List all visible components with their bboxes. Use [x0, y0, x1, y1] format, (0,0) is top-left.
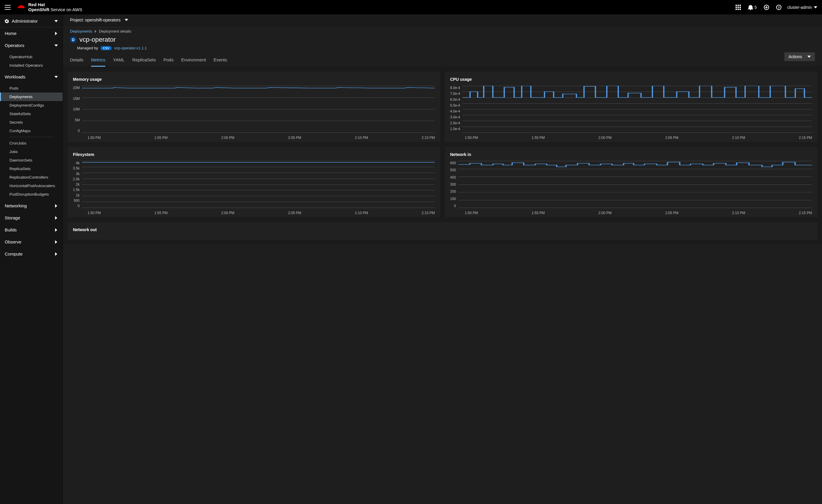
svg-rect-3 — [736, 6, 737, 8]
x-axis: 1:50 PM1:55 PM2:00 PM2:05 PM2:10 PM2:15 … — [88, 208, 435, 215]
svg-rect-4 — [738, 6, 739, 8]
svg-rect-7 — [738, 9, 739, 10]
chevron-right-icon — [54, 32, 58, 35]
x-axis: 1:50 PM1:55 PM2:00 PM2:05 PM2:10 PM2:15 … — [465, 208, 812, 215]
sidebar-item-cronjobs[interactable]: CronJobs — [0, 139, 63, 147]
apps-icon[interactable] — [736, 5, 741, 10]
svg-rect-1 — [738, 5, 739, 6]
card-title: Network in — [450, 152, 812, 157]
tab-pods[interactable]: Pods — [163, 57, 173, 67]
tab-details[interactable]: Details — [70, 57, 83, 67]
perspective-label: Administrator — [12, 19, 38, 23]
actions-button[interactable]: Actions — [784, 52, 815, 61]
tab-replicasets[interactable]: ReplicaSets — [132, 57, 156, 67]
caret-down-icon — [807, 55, 811, 58]
tab-environment[interactable]: Environment — [181, 57, 206, 67]
user-name: cluster-admin — [787, 5, 812, 10]
chart-plot — [82, 161, 435, 208]
breadcrumb: Deployments Deployment details — [70, 29, 815, 33]
y-axis: 20M15M10M5M0 — [73, 86, 82, 133]
sidebar-section-builds[interactable]: Builds — [0, 224, 63, 236]
help-icon[interactable]: ? — [776, 5, 781, 10]
sidebar-item-deploymentconfigs[interactable]: DeploymentConfigs — [0, 101, 63, 110]
sidebar-section-operators[interactable]: Operators — [0, 39, 63, 51]
chart-line — [82, 161, 435, 208]
sidebar-item-deployments[interactable]: Deployments — [0, 93, 63, 101]
chart-line — [462, 86, 812, 133]
card-cpu: CPU usage 8.0e-47.0e-46.0e-45.0e-44.0e-4… — [445, 72, 817, 142]
chevron-down-icon — [54, 75, 58, 79]
sidebar-section-compute[interactable]: Compute — [0, 248, 63, 260]
chart-line — [82, 86, 435, 133]
sidebar-item-poddisruptionbudgets[interactable]: PodDisruptionBudgets — [0, 190, 63, 199]
sidebar-item-statefulsets[interactable]: StatefulSets — [0, 110, 63, 118]
chart-plot — [462, 86, 812, 133]
perspective-switcher[interactable]: Administrator — [0, 15, 63, 27]
tab-events[interactable]: Events — [214, 57, 227, 67]
sidebar-item-configmaps[interactable]: ConfigMaps — [0, 127, 63, 135]
topbar: Red Hat OpenShift Service on AWS 5 ? clu… — [0, 0, 822, 15]
sidebar-section-home[interactable]: Home — [0, 27, 63, 39]
breadcrumb-root[interactable]: Deployments — [70, 29, 92, 33]
page-title: vcp-operator — [79, 36, 116, 43]
card-filesystem: Filesystem 4k3.5k3k2.5k2k1.5k1k5000 1:50… — [68, 147, 440, 217]
page-header: Deployments Deployment details D vcp-ope… — [63, 26, 822, 50]
topbar-actions: 5 ? — [736, 5, 781, 10]
chevron-down-icon — [54, 44, 58, 47]
notifications-button[interactable]: 5 — [748, 5, 757, 10]
sidebar-item-replicationcontrollers[interactable]: ReplicationControllers — [0, 173, 63, 182]
sidebar-section-workloads[interactable]: Workloads — [0, 71, 63, 83]
bell-icon — [748, 5, 753, 10]
sidebar-item-daemonsets[interactable]: DaemonSets — [0, 156, 63, 164]
csv-link[interactable]: vcp-operator.v1.1.1 — [114, 46, 147, 50]
csv-pill: CSV — [100, 46, 112, 50]
main-content: Project: openshift-operators Deployments… — [63, 15, 822, 504]
sidebar-item-installed operators[interactable]: Installed Operators — [0, 61, 63, 70]
chevron-right-icon — [54, 204, 58, 208]
chevron-right-icon — [95, 30, 96, 33]
tabs: DetailsMetricsYAMLReplicaSetsPodsEnviron… — [63, 53, 822, 67]
chevron-down-icon — [54, 19, 58, 23]
svg-rect-0 — [736, 5, 737, 6]
card-network-out: Network out — [68, 222, 817, 240]
charts-grid: Memory usage 20M15M10M5M0 1:50 PM1:55 PM… — [63, 67, 822, 244]
chevron-right-icon — [54, 252, 58, 256]
hamburger-icon[interactable] — [5, 4, 12, 11]
sidebar-item-jobs[interactable]: Jobs — [0, 147, 63, 156]
managed-by: Managed by CSV vcp-operator.v1.1.1 — [77, 46, 815, 50]
svg-rect-6 — [736, 9, 737, 10]
chart-plot — [458, 161, 812, 208]
x-axis: 1:50 PM1:55 PM2:00 PM2:05 PM2:10 PM2:15 … — [465, 133, 812, 140]
redhat-logo-icon — [16, 4, 25, 10]
brand-line1: Red Hat — [28, 2, 82, 7]
project-selector[interactable]: Project: openshift-operators — [63, 15, 822, 26]
tab-yaml[interactable]: YAML — [113, 57, 125, 67]
chart-line — [458, 161, 812, 208]
plus-circle-icon[interactable] — [764, 5, 769, 10]
svg-rect-2 — [740, 5, 741, 6]
user-menu[interactable]: cluster-admin — [787, 5, 817, 10]
svg-text:?: ? — [778, 6, 780, 9]
card-memory: Memory usage 20M15M10M5M0 1:50 PM1:55 PM… — [68, 72, 440, 142]
brand: Red Hat OpenShift Service on AWS — [16, 2, 82, 12]
chevron-right-icon — [54, 216, 58, 220]
card-title: Network out — [73, 227, 812, 232]
sidebar-item-secrets[interactable]: Secrets — [0, 118, 63, 127]
sidebar-item-operatorhub[interactable]: OperatorHub — [0, 53, 63, 61]
card-title: CPU usage — [450, 77, 812, 82]
sidebar-section-observe[interactable]: Observe — [0, 236, 63, 248]
breadcrumb-current: Deployment details — [99, 29, 131, 33]
sidebar-item-horizontalpodautoscalers[interactable]: HorizontalPodAutoscalers — [0, 182, 63, 190]
y-axis: 8.0e-47.0e-46.0e-45.0e-44.0e-43.0e-42.0e… — [450, 86, 462, 133]
x-axis: 1:50 PM1:55 PM2:00 PM2:05 PM2:10 PM2:15 … — [88, 133, 435, 140]
y-axis: 6005004003002001000 — [450, 161, 458, 208]
sidebar-item-pods[interactable]: Pods — [0, 84, 63, 93]
sidebar-section-networking[interactable]: Networking — [0, 200, 63, 212]
chevron-right-icon — [54, 240, 58, 244]
deployment-badge: D — [70, 36, 76, 43]
svg-rect-8 — [740, 9, 741, 10]
tab-metrics[interactable]: Metrics — [91, 57, 105, 67]
card-title: Filesystem — [73, 152, 435, 157]
sidebar-section-storage[interactable]: Storage — [0, 212, 63, 224]
sidebar-item-replicasets[interactable]: ReplicaSets — [0, 164, 63, 173]
